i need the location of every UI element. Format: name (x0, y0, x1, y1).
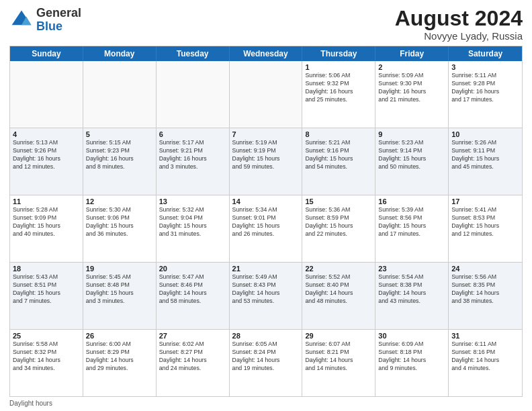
day-number: 10 (451, 130, 519, 138)
day-number: 1 (305, 63, 372, 71)
day-number: 5 (86, 130, 153, 138)
logo-blue: Blue (36, 19, 62, 33)
day-cell-30: 30Sunrise: 6:09 AM Sunset: 8:18 PM Dayli… (375, 330, 449, 396)
day-number: 26 (86, 332, 153, 340)
day-number: 18 (13, 265, 80, 273)
day-info: Sunrise: 5:23 AM Sunset: 9:14 PM Dayligh… (378, 139, 445, 171)
header-day-saturday: Saturday (449, 46, 522, 61)
day-info: Sunrise: 5:56 AM Sunset: 8:35 PM Dayligh… (451, 273, 519, 306)
day-cell-16: 16Sunrise: 5:39 AM Sunset: 8:56 PM Dayli… (375, 195, 449, 262)
header-day-friday: Friday (375, 46, 449, 61)
day-info: Sunrise: 6:09 AM Sunset: 8:18 PM Dayligh… (378, 340, 445, 373)
day-cell-3: 3Sunrise: 5:11 AM Sunset: 9:28 PM Daylig… (449, 61, 522, 128)
title-block: August 2024 Novyye Lyady, Russia (395, 7, 523, 42)
day-cell-25: 25Sunrise: 5:58 AM Sunset: 8:32 PM Dayli… (10, 330, 83, 396)
day-cell-4: 4Sunrise: 5:13 AM Sunset: 9:26 PM Daylig… (10, 128, 83, 195)
day-cell-14: 14Sunrise: 5:34 AM Sunset: 9:01 PM Dayli… (230, 195, 303, 262)
day-number: 7 (232, 130, 300, 138)
day-info: Sunrise: 5:13 AM Sunset: 9:26 PM Dayligh… (13, 139, 80, 171)
day-info: Sunrise: 5:11 AM Sunset: 9:28 PM Dayligh… (451, 72, 519, 104)
day-number: 21 (232, 265, 300, 273)
day-cell-9: 9Sunrise: 5:23 AM Sunset: 9:14 PM Daylig… (375, 128, 449, 195)
location: Novyye Lyady, Russia (395, 30, 523, 42)
day-cell-7: 7Sunrise: 5:19 AM Sunset: 9:19 PM Daylig… (230, 128, 303, 195)
day-number: 24 (451, 265, 519, 273)
day-cell-1: 1Sunrise: 5:06 AM Sunset: 9:32 PM Daylig… (302, 61, 375, 128)
day-number: 3 (451, 63, 519, 71)
day-number: 12 (86, 197, 153, 205)
day-cell-10: 10Sunrise: 5:26 AM Sunset: 9:11 PM Dayli… (449, 128, 522, 195)
logo-text: General Blue (36, 7, 81, 34)
day-cell-13: 13Sunrise: 5:32 AM Sunset: 9:04 PM Dayli… (157, 195, 230, 262)
day-info: Sunrise: 5:54 AM Sunset: 8:38 PM Dayligh… (378, 273, 445, 306)
day-number: 23 (378, 265, 445, 273)
day-info: Sunrise: 6:05 AM Sunset: 8:24 PM Dayligh… (232, 340, 300, 373)
day-info: Sunrise: 5:39 AM Sunset: 8:56 PM Dayligh… (378, 206, 445, 238)
day-cell-6: 6Sunrise: 5:17 AM Sunset: 9:21 PM Daylig… (157, 128, 230, 195)
day-number: 13 (159, 197, 226, 205)
day-cell-17: 17Sunrise: 5:41 AM Sunset: 8:53 PM Dayli… (449, 195, 522, 262)
day-cell-28: 28Sunrise: 6:05 AM Sunset: 8:24 PM Dayli… (230, 330, 303, 396)
day-cell-5: 5Sunrise: 5:15 AM Sunset: 9:23 PM Daylig… (83, 128, 157, 195)
logo: General Blue (9, 7, 81, 34)
day-number: 17 (451, 197, 519, 205)
header: General Blue August 2024 Novyye Lyady, R… (9, 7, 523, 42)
day-info: Sunrise: 5:15 AM Sunset: 9:23 PM Dayligh… (86, 139, 153, 171)
day-number: 19 (86, 265, 153, 273)
day-number: 28 (232, 332, 300, 340)
day-cell-22: 22Sunrise: 5:52 AM Sunset: 8:40 PM Dayli… (302, 263, 375, 329)
empty-cell (157, 61, 230, 128)
header-day-wednesday: Wednesday (230, 46, 303, 61)
day-cell-21: 21Sunrise: 5:49 AM Sunset: 8:43 PM Dayli… (230, 263, 303, 329)
calendar-row-3: 11Sunrise: 5:28 AM Sunset: 9:09 PM Dayli… (10, 195, 522, 263)
day-cell-23: 23Sunrise: 5:54 AM Sunset: 8:38 PM Dayli… (375, 263, 449, 329)
day-number: 31 (451, 332, 519, 340)
day-number: 15 (305, 197, 372, 205)
header-day-thursday: Thursday (302, 46, 375, 61)
calendar: SundayMondayTuesdayWednesdayThursdayFrid… (9, 46, 523, 397)
day-number: 4 (13, 130, 80, 138)
day-info: Sunrise: 5:17 AM Sunset: 9:21 PM Dayligh… (159, 139, 226, 171)
day-info: Sunrise: 5:19 AM Sunset: 9:19 PM Dayligh… (232, 139, 300, 171)
day-info: Sunrise: 5:34 AM Sunset: 9:01 PM Dayligh… (232, 206, 300, 238)
day-info: Sunrise: 5:41 AM Sunset: 8:53 PM Dayligh… (451, 206, 519, 238)
day-info: Sunrise: 5:47 AM Sunset: 8:46 PM Dayligh… (159, 273, 226, 306)
day-cell-24: 24Sunrise: 5:56 AM Sunset: 8:35 PM Dayli… (449, 263, 522, 329)
day-info: Sunrise: 5:43 AM Sunset: 8:51 PM Dayligh… (13, 273, 80, 306)
day-cell-12: 12Sunrise: 5:30 AM Sunset: 9:06 PM Dayli… (83, 195, 157, 262)
day-info: Sunrise: 5:36 AM Sunset: 8:59 PM Dayligh… (305, 206, 372, 238)
day-number: 20 (159, 265, 226, 273)
logo-general: General (36, 6, 81, 19)
day-number: 25 (13, 332, 80, 340)
day-number: 22 (305, 265, 372, 273)
calendar-row-4: 18Sunrise: 5:43 AM Sunset: 8:51 PM Dayli… (10, 263, 522, 330)
calendar-row-5: 25Sunrise: 5:58 AM Sunset: 8:32 PM Dayli… (10, 330, 522, 396)
day-number: 2 (378, 63, 445, 71)
day-cell-2: 2Sunrise: 5:09 AM Sunset: 9:30 PM Daylig… (375, 61, 449, 128)
day-info: Sunrise: 5:52 AM Sunset: 8:40 PM Dayligh… (305, 273, 372, 306)
day-number: 11 (13, 197, 80, 205)
day-number: 16 (378, 197, 445, 205)
day-cell-29: 29Sunrise: 6:07 AM Sunset: 8:21 PM Dayli… (302, 330, 375, 396)
calendar-row-2: 4Sunrise: 5:13 AM Sunset: 9:26 PM Daylig… (10, 128, 522, 195)
day-info: Sunrise: 6:00 AM Sunset: 8:29 PM Dayligh… (86, 340, 153, 373)
calendar-body: 1Sunrise: 5:06 AM Sunset: 9:32 PM Daylig… (10, 61, 522, 396)
header-day-sunday: Sunday (10, 46, 83, 61)
day-number: 14 (232, 197, 300, 205)
day-info: Sunrise: 6:07 AM Sunset: 8:21 PM Dayligh… (305, 340, 372, 373)
page: General Blue August 2024 Novyye Lyady, R… (0, 0, 532, 411)
empty-cell (10, 61, 83, 128)
day-cell-26: 26Sunrise: 6:00 AM Sunset: 8:29 PM Dayli… (83, 330, 157, 396)
day-info: Sunrise: 5:26 AM Sunset: 9:11 PM Dayligh… (451, 139, 519, 171)
day-info: Sunrise: 5:58 AM Sunset: 8:32 PM Dayligh… (13, 340, 80, 373)
day-number: 9 (378, 130, 445, 138)
footer: Daylight hours (9, 400, 523, 407)
day-info: Sunrise: 5:30 AM Sunset: 9:06 PM Dayligh… (86, 206, 153, 238)
day-number: 30 (378, 332, 445, 340)
day-cell-15: 15Sunrise: 5:36 AM Sunset: 8:59 PM Dayli… (302, 195, 375, 262)
day-info: Sunrise: 5:32 AM Sunset: 9:04 PM Dayligh… (159, 206, 226, 238)
day-cell-8: 8Sunrise: 5:21 AM Sunset: 9:16 PM Daylig… (302, 128, 375, 195)
day-number: 6 (159, 130, 226, 138)
day-cell-19: 19Sunrise: 5:45 AM Sunset: 8:48 PM Dayli… (83, 263, 157, 329)
empty-cell (230, 61, 303, 128)
